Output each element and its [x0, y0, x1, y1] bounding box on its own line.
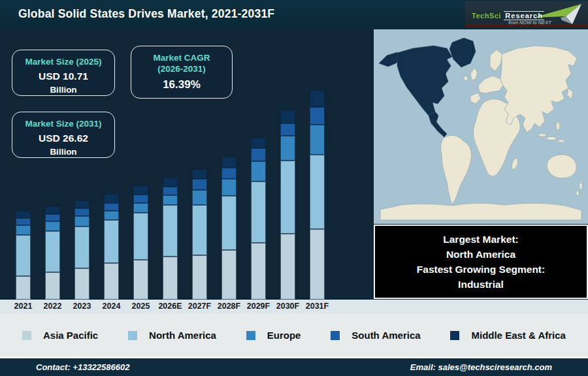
x-axis-strip: 202120222023202420252026E2027F2028F2029F… [0, 300, 588, 314]
bar-segment-asia-pacific [74, 268, 90, 300]
bar-segment-north-america [16, 235, 31, 276]
bar-segment-europe [192, 190, 207, 205]
bar-2028F [221, 157, 237, 300]
bar-segment-south-america [310, 107, 325, 125]
bar-segment-europe [221, 179, 237, 196]
bar-segment-europe [104, 211, 119, 220]
x-axis-label-2029F: 2029F [244, 302, 273, 311]
x-axis-label-2021: 2021 [8, 302, 38, 311]
bar-segment-south-america [16, 218, 31, 225]
bar-2031F [310, 90, 325, 300]
x-axis-label-2031F: 2031F [302, 302, 332, 311]
bar-segment-middle-east-africa [16, 211, 31, 218]
bar-2021 [16, 211, 31, 300]
bar-segment-asia-pacific [280, 234, 295, 300]
legend-label: Asia Pacific [43, 330, 98, 341]
market-cagr-title-years: (2026-2031) [131, 63, 232, 74]
contact-phone: Contact: +13322586602 [36, 362, 129, 372]
title-bar: Global Solid States Drives Market, 2021-… [0, 0, 588, 29]
market-size-2025-title: Market Size (2025) [12, 56, 114, 67]
bar-segment-north-america [310, 155, 325, 229]
legend-item-north-america: North America [128, 330, 216, 341]
bar-segment-asia-pacific [45, 272, 60, 300]
legend-item-asia-pacific: Asia Pacific [22, 330, 98, 341]
bar-segment-north-america [104, 220, 119, 263]
largest-market-value: North America [375, 247, 587, 262]
x-axis-label-2026E: 2026E [155, 302, 185, 311]
bar-segment-asia-pacific [163, 257, 178, 300]
bar-segment-north-america [221, 196, 237, 250]
bar-segment-north-america [192, 205, 207, 255]
bar-2025 [133, 185, 148, 300]
logo-tagline: from NOW to NEXT [508, 20, 551, 25]
bar-2024 [104, 194, 119, 300]
bar-segment-south-america [104, 203, 119, 211]
x-axis-label-2027F: 2027F [185, 302, 214, 311]
market-cagr-title: Market CAGR [131, 52, 232, 63]
bar-segment-europe [45, 221, 60, 231]
market-size-2025-box: Market Size (2025) USD 10.71 Billion [12, 50, 115, 96]
bar-segment-asia-pacific [221, 250, 237, 300]
page-title: Global Solid States Drives Market, 2021-… [18, 7, 274, 21]
market-cagr-box: Market CAGR (2026-2031) 16.39% [131, 46, 233, 99]
x-axis-label-2025: 2025 [126, 302, 155, 311]
legend-swatch-icon [450, 331, 459, 340]
bar-segment-middle-east-africa [74, 200, 90, 208]
legend-label: South America [351, 330, 420, 341]
legend-item-middle-east-africa: Middle East & Africa [450, 330, 565, 341]
market-size-2031-box: Market Size (2031) USD 26.62 Billion [12, 112, 115, 158]
bar-segment-south-america [133, 195, 148, 203]
chart-legend: Asia PacificNorth AmericaEuropeSouth Ame… [0, 314, 588, 356]
legend-item-south-america: South America [331, 330, 420, 341]
bar-segment-middle-east-africa [251, 138, 266, 148]
bar-segment-north-america [251, 181, 266, 243]
chart-area: Market Size (2025) USD 10.71 Billion Mar… [0, 29, 374, 300]
bar-segment-asia-pacific [104, 263, 119, 300]
market-size-2031-unit: Billion [12, 147, 114, 157]
bar-segment-europe [163, 195, 178, 205]
x-axis-label-2022: 2022 [38, 302, 67, 311]
techsci-logo: TechSci Research from NOW to NEXT [465, 1, 588, 27]
legend-swatch-icon [331, 331, 340, 340]
bar-segment-south-america [221, 168, 237, 179]
bar-segment-middle-east-africa [310, 90, 325, 107]
logo-text-research: Research [504, 11, 544, 20]
fastest-segment-value: Industrial [375, 277, 587, 292]
bar-segment-europe [251, 161, 266, 181]
bar-2030F [280, 110, 295, 300]
bar-segment-asia-pacific [133, 260, 148, 300]
x-axis-label-2024: 2024 [97, 302, 126, 311]
bar-segment-europe [310, 125, 325, 155]
bar-segment-asia-pacific [310, 229, 325, 300]
bar-2027F [192, 169, 207, 300]
bar-segment-south-america [251, 148, 266, 161]
bar-segment-north-america [45, 231, 60, 272]
bar-2026E [163, 178, 178, 300]
highlight-box: Largest Market: North America Fastest Gr… [374, 225, 588, 299]
bar-segment-south-america [192, 179, 207, 190]
bar-segment-north-america [163, 205, 178, 257]
bar-segment-middle-east-africa [104, 194, 119, 203]
market-size-2025-value: USD 10.71 [12, 70, 114, 82]
bar-segment-south-america [74, 208, 90, 216]
bar-segment-europe [280, 136, 295, 161]
legend-item-europe: Europe [246, 330, 301, 341]
bar-segment-south-america [280, 123, 295, 136]
market-size-2025-unit: Billion [12, 85, 114, 95]
market-size-2031-value: USD 26.62 [12, 133, 114, 144]
fastest-segment-label: Fastest Growing Segment: [375, 262, 587, 277]
infographic-root: Global Solid States Drives Market, 2021-… [0, 0, 588, 376]
x-axis-label-2030F: 2030F [273, 302, 302, 311]
bar-segment-middle-east-africa [133, 185, 148, 195]
bar-segment-north-america [280, 161, 295, 234]
contact-email[interactable]: Email: sales@techsciresearch.com [410, 362, 552, 372]
bar-segment-europe [74, 216, 90, 227]
bar-segment-middle-east-africa [192, 169, 207, 179]
bar-segment-asia-pacific [16, 276, 31, 300]
bar-segment-middle-east-africa [280, 110, 295, 123]
largest-market-label: Largest Market: [375, 232, 587, 247]
footer-bar: Contact: +13322586602 Email: sales@techs… [0, 358, 588, 376]
legend-label: Middle East & Africa [471, 330, 565, 341]
bar-segment-middle-east-africa [45, 206, 60, 214]
market-cagr-value: 16.39% [131, 78, 232, 91]
